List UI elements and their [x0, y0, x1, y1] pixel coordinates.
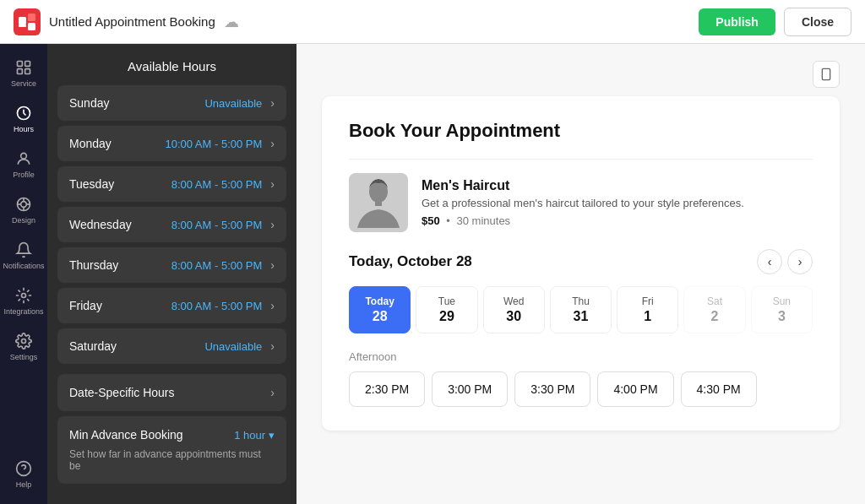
- header-left: Untitled Appointment Booking ☁: [14, 8, 239, 35]
- booking-title: Book Your Appointment: [349, 120, 813, 142]
- nav-arrows: ‹ ›: [757, 249, 813, 274]
- day-row-saturday[interactable]: Saturday Unavailable ›: [57, 328, 286, 364]
- app-logo: [14, 8, 41, 35]
- close-button[interactable]: Close: [784, 8, 851, 36]
- panel-title: Available Hours: [47, 44, 296, 85]
- date-title: Today, October 28: [349, 253, 472, 270]
- svg-rect-2: [28, 23, 35, 30]
- preview-area: Book Your Appointment: [296, 44, 865, 504]
- cal-day-2: Sat 2: [683, 286, 745, 333]
- service-avatar: [349, 173, 408, 232]
- time-section-label: Afternoon: [349, 350, 813, 363]
- sidebar-item-profile[interactable]: Profile: [3, 144, 45, 186]
- svg-point-11: [21, 202, 27, 208]
- panel-sidebar: Available Hours Sunday Unavailable › Mon…: [47, 44, 296, 504]
- sidebar-item-notifications[interactable]: Notifications: [3, 235, 45, 277]
- header: Untitled Appointment Booking ☁ Publish C…: [0, 0, 865, 44]
- service-info: Men's Haircut Get a professional men's h…: [422, 178, 744, 227]
- service-duration: 30 minutes: [457, 214, 511, 227]
- header-right: Publish Close: [699, 8, 851, 36]
- chevron-right-icon: ›: [270, 218, 275, 231]
- chevron-right-icon: ›: [270, 258, 275, 272]
- sidebar-item-design[interactable]: Design: [3, 189, 45, 231]
- cal-day-30[interactable]: Wed 30: [483, 286, 545, 333]
- service-desc: Get a professional men's haircut tailore…: [422, 197, 744, 209]
- svg-point-9: [21, 153, 27, 159]
- day-row-monday[interactable]: Monday 10:00 AM - 5:00 PM ›: [57, 126, 286, 161]
- publish-button[interactable]: Publish: [699, 8, 775, 35]
- main-layout: Service Hours Profile Design: [0, 44, 865, 504]
- date-specific-chevron: ›: [270, 386, 275, 399]
- cal-day-1[interactable]: Fri 1: [617, 286, 678, 333]
- min-advance-row: Min Advance Booking 1 hour ▾: [69, 428, 275, 442]
- chevron-right-icon: ›: [270, 137, 275, 150]
- chevron-right-icon: ›: [270, 96, 275, 110]
- min-advance-section: Min Advance Booking 1 hour ▾ Set how far…: [57, 416, 286, 484]
- time-slot-430pm[interactable]: 4:30 PM: [681, 371, 757, 407]
- sidebar-item-settings[interactable]: Settings: [3, 326, 45, 368]
- sidebar-item-hours[interactable]: Hours: [3, 98, 45, 140]
- cal-day-3: Sun 3: [751, 286, 813, 333]
- date-specific-section[interactable]: Date-Specific Hours ›: [57, 374, 286, 411]
- day-row-friday[interactable]: Friday 8:00 AM - 5:00 PM ›: [57, 288, 286, 323]
- cloud-icon: ☁: [224, 13, 239, 31]
- svg-rect-5: [25, 62, 30, 67]
- svg-rect-24: [375, 201, 382, 206]
- sidebar-item-service[interactable]: Service: [3, 52, 45, 95]
- svg-rect-7: [25, 69, 30, 74]
- min-advance-desc: Set how far in advance appointments must…: [69, 448, 275, 472]
- svg-rect-3: [19, 24, 26, 27]
- chevron-right-icon: ›: [270, 299, 275, 312]
- min-advance-value[interactable]: 1 hour ▾: [234, 429, 275, 442]
- time-slot-300pm[interactable]: 3:00 PM: [432, 371, 508, 407]
- svg-rect-1: [28, 14, 35, 21]
- booking-card: Book Your Appointment: [322, 96, 840, 431]
- date-specific-label: Date-Specific Hours: [69, 386, 175, 399]
- day-row-wednesday[interactable]: Wednesday 8:00 AM - 5:00 PM ›: [57, 207, 286, 242]
- day-row-sunday[interactable]: Sunday Unavailable ›: [57, 85, 286, 121]
- time-slot-230pm[interactable]: 2:30 PM: [349, 371, 425, 407]
- svg-rect-4: [18, 62, 23, 67]
- service-meta: $50 • 30 minutes: [422, 214, 744, 227]
- day-row-tuesday[interactable]: Tuesday 8:00 AM - 5:00 PM ›: [57, 166, 286, 202]
- cal-day-28[interactable]: Today 28: [349, 286, 411, 333]
- sidebar-item-integrations[interactable]: Integrations: [3, 280, 45, 322]
- mobile-preview-button[interactable]: [813, 61, 840, 88]
- cal-day-29[interactable]: Tue 29: [416, 286, 477, 333]
- cal-day-31[interactable]: Thu 31: [550, 286, 612, 333]
- svg-rect-0: [19, 17, 26, 24]
- time-slot-330pm[interactable]: 3:30 PM: [514, 371, 590, 407]
- icon-sidebar: Service Hours Profile Design: [0, 44, 47, 504]
- svg-rect-6: [18, 69, 23, 74]
- chevron-right-icon: ›: [270, 177, 275, 191]
- svg-point-17: [22, 339, 26, 344]
- divider-1: [349, 159, 813, 160]
- preview-toolbar: [322, 61, 840, 88]
- app-title: Untitled Appointment Booking: [49, 14, 215, 29]
- time-slots: 2:30 PM3:00 PM3:30 PM4:00 PM4:30 PM: [349, 371, 813, 407]
- service-row: Men's Haircut Get a professional men's h…: [349, 173, 813, 232]
- calendar-row: Today 28 Tue 29 Wed 30 Thu 31 Fri 1 Sat …: [349, 286, 813, 333]
- time-slot-400pm[interactable]: 4:00 PM: [597, 371, 673, 407]
- sidebar-item-help[interactable]: Help: [3, 453, 45, 496]
- day-row-thursday[interactable]: Thursday 8:00 AM - 5:00 PM ›: [57, 247, 286, 283]
- min-advance-label: Min Advance Booking: [69, 428, 183, 442]
- service-name: Men's Haircut: [422, 178, 744, 193]
- prev-week-button[interactable]: ‹: [757, 249, 782, 274]
- svg-point-16: [22, 294, 26, 298]
- dropdown-arrow-icon: ▾: [269, 429, 275, 442]
- service-price: $50: [422, 214, 440, 227]
- chevron-right-icon: ›: [270, 339, 275, 353]
- date-header: Today, October 28 ‹ ›: [349, 249, 813, 274]
- next-week-button[interactable]: ›: [787, 249, 813, 274]
